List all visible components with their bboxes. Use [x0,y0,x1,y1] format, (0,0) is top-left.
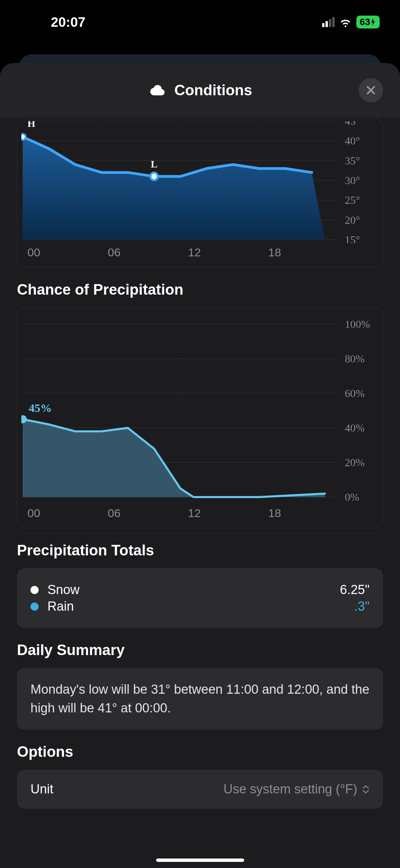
rain-dot-icon [30,603,39,611]
unit-option-row[interactable]: Unit Use system setting (°F) [17,770,383,809]
x-tick: 00 [27,246,108,259]
x-tick: 12 [188,507,268,520]
snow-value: 6.25" [340,583,370,597]
temperature-chart-card[interactable]: 15°20°25°30°35°40°45° HL 00061218 [17,119,383,268]
svg-text:30°: 30° [345,174,360,186]
precip-totals-title: Precipitation Totals [17,542,383,559]
cloud-icon [148,83,166,97]
x-tick: 18 [268,246,349,259]
close-button[interactable] [359,78,383,102]
status-indicators: 63 [322,16,380,28]
status-time: 20:07 [51,15,85,30]
precip-chance-title: Chance of Precipitation [17,281,383,298]
rain-value: .3" [354,599,370,614]
precip-chart-card[interactable]: 0%20%40%60%80%100%45% 00061218 [17,308,383,528]
svg-text:20%: 20% [345,456,365,469]
temperature-chart: 15°20°25°30°35°40°45° HL [21,121,379,243]
svg-text:45°: 45° [345,121,360,127]
precip-totals-card: Snow 6.25" Rain .3" [17,568,383,628]
options-title: Options [17,743,383,760]
cellular-signal-icon [322,17,335,27]
wifi-icon [339,16,352,28]
svg-text:80%: 80% [345,353,365,365]
sheet-header: Conditions [0,63,400,117]
svg-text:20°: 20° [345,214,360,226]
snow-label: Snow [47,583,80,597]
svg-text:15°: 15° [345,234,360,243]
precip-row-rain: Rain .3" [30,599,370,614]
svg-point-18 [21,134,26,140]
svg-text:45%: 45% [29,402,52,414]
summary-card: Monday's low will be 31° between 11:00 a… [17,668,383,730]
svg-text:L: L [151,158,157,170]
x-tick: 06 [108,246,188,259]
unit-label: Unit [30,782,54,796]
status-bar: 20:07 63 [0,0,400,44]
x-tick: 06 [108,507,188,520]
conditions-sheet: Conditions 15°20°25°30°35°40°45° HL 0006… [0,63,400,868]
svg-text:35°: 35° [345,155,360,167]
summary-title: Daily Summary [17,642,383,658]
precip-x-ticks: 00061218 [21,507,379,520]
snow-dot-icon [30,586,39,594]
precip-chart: 0%20%40%60%80%100%45% [21,314,379,504]
home-indicator[interactable] [156,859,244,862]
x-tick: 18 [268,507,349,520]
rain-label: Rain [47,599,74,614]
svg-text:60%: 60% [345,387,365,399]
svg-text:0%: 0% [345,491,359,503]
summary-text: Monday's low will be 31° between 11:00 a… [30,680,370,717]
close-icon [365,84,377,96]
svg-text:100%: 100% [345,318,370,330]
sheet-title: Conditions [174,82,252,99]
temperature-x-ticks: 00061218 [21,246,379,259]
svg-text:40°: 40° [345,135,360,147]
svg-text:25°: 25° [345,194,360,206]
svg-text:H: H [27,121,35,129]
x-tick: 12 [188,246,268,259]
x-tick: 00 [27,507,108,520]
precip-row-snow: Snow 6.25" [30,583,370,597]
unit-value: Use system setting (°F) [224,782,357,796]
battery-indicator: 63 [356,16,380,28]
svg-point-20 [150,173,158,180]
chevron-up-down-icon [362,785,370,794]
svg-text:40%: 40% [345,422,365,434]
